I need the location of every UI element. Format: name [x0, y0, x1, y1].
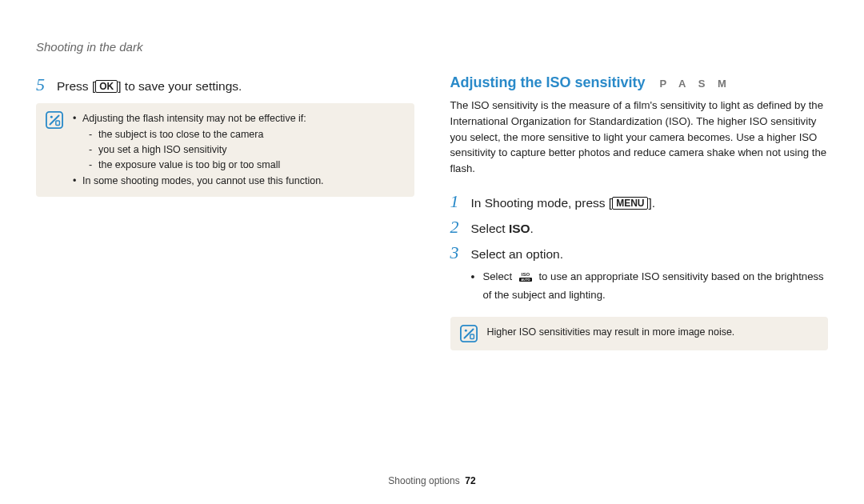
- note-line-1: Adjusting the flash intensity may not be…: [82, 113, 306, 124]
- text-pre: Select: [471, 222, 509, 235]
- note-sub-2: you set a high ISO sensitivity: [89, 142, 324, 158]
- step-1: 1 In Shooting mode, press [MENU].: [450, 191, 829, 212]
- intro-paragraph: The ISO sensitivity is the measure of a …: [450, 98, 829, 177]
- iso-auto-icon: ISOAUTO: [517, 271, 534, 287]
- svg-point-7: [464, 330, 466, 332]
- note-box-left: Adjusting the flash intensity may not be…: [36, 103, 414, 197]
- text-pre: Press [: [57, 79, 95, 93]
- step-number: 1: [450, 191, 463, 212]
- text-post: ].: [648, 196, 655, 210]
- section-heading: Adjusting the ISO sensitivity P A S M: [450, 74, 829, 91]
- svg-rect-8: [470, 334, 474, 339]
- right-column: Adjusting the ISO sensitivity P A S M Th…: [450, 74, 829, 350]
- sub-pre: Select: [482, 270, 514, 282]
- svg-text:ISO: ISO: [522, 272, 530, 277]
- page-number: 72: [465, 475, 475, 486]
- menu-button-icon: MENU: [612, 197, 648, 210]
- note-icon: [460, 325, 478, 342]
- step-3-sub: • Select ISOAUTO to use an appropriate I…: [471, 269, 829, 304]
- step-text: In Shooting mode, press [MENU].: [471, 194, 656, 212]
- step-2: 2 Select ISO.: [450, 217, 829, 238]
- manual-page: Shooting in the dark 5 Press [OK] to sav…: [0, 0, 864, 504]
- svg-rect-2: [56, 121, 60, 126]
- steps-list: 1 In Shooting mode, press [MENU]. 2 Sele…: [450, 191, 829, 304]
- step-5: 5 Press [OK] to save your settings.: [36, 74, 414, 95]
- note-content: Higher ISO sensitivities may result in m…: [487, 325, 735, 340]
- mode-indicators: P A S M: [660, 78, 731, 90]
- step-text: Select an option.: [471, 245, 563, 263]
- step-text: Select ISO.: [471, 219, 534, 238]
- step-number: 2: [450, 217, 463, 238]
- footer-section: Shooting options: [388, 475, 459, 486]
- breadcrumb: Shooting in the dark: [36, 40, 828, 54]
- svg-point-1: [50, 116, 53, 118]
- bullet-icon: •: [471, 269, 475, 304]
- step-3: 3 Select an option.: [450, 242, 829, 263]
- note-icon: [46, 111, 63, 129]
- note-line-2: In some shooting modes, you cannot use t…: [73, 174, 324, 189]
- note-box-right: Higher ISO sensitivities may result in m…: [450, 317, 829, 350]
- left-column: 5 Press [OK] to save your settings. Adju…: [36, 74, 414, 350]
- page-footer: Shooting options 72: [0, 475, 864, 486]
- step-number: 5: [36, 74, 49, 95]
- note-text: Higher ISO sensitivities may result in m…: [487, 326, 735, 338]
- note-sub-1: the subject is too close to the camera: [89, 127, 324, 142]
- text-post: .: [530, 222, 534, 235]
- note-content: Adjusting the flash intensity may not be…: [73, 111, 324, 189]
- text-post: ] to save your settings.: [118, 79, 242, 93]
- content-columns: 5 Press [OK] to save your settings. Adju…: [36, 74, 828, 350]
- sub-bullet-text: Select ISOAUTO to use an appropriate ISO…: [482, 269, 828, 304]
- note-sub-3: the exposure value is too big or too sma…: [89, 158, 324, 173]
- step-text: Press [OK] to save your settings.: [57, 77, 242, 95]
- ok-button-icon: OK: [95, 80, 118, 93]
- iso-label: ISO: [509, 222, 530, 235]
- section-title: Adjusting the ISO sensitivity: [450, 74, 646, 91]
- svg-text:AUTO: AUTO: [521, 278, 530, 282]
- text-pre: In Shooting mode, press [: [471, 196, 613, 210]
- step-number: 3: [450, 242, 463, 263]
